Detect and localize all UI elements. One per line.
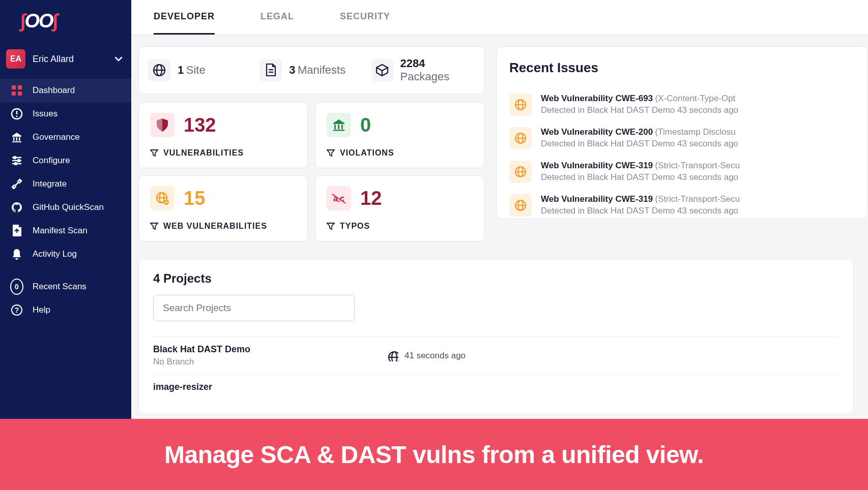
stat-packages: 2284 Packages [367, 57, 479, 83]
sidebar-item-configure[interactable]: Configure [0, 149, 131, 172]
svg-rect-1 [18, 85, 22, 89]
issue-subtitle: (Strict-Transport-Secu [655, 194, 740, 204]
bank-icon [327, 113, 351, 137]
card-label: VULNERABILITIES [163, 148, 244, 158]
stat-site: 1 Site [144, 57, 255, 83]
sidebar-item-label: Recent Scans [33, 282, 86, 292]
project-name: Black Hat DAST Demo [153, 344, 367, 355]
stat-label: Site [186, 64, 206, 76]
logo-text: ∫OO∫ [20, 10, 57, 32]
globe-icon [509, 127, 532, 149]
sidebar-item-governance[interactable]: Governance [0, 126, 131, 149]
project-row[interactable]: Black Hat DAST DemoNo Branch41 seconds a… [153, 336, 839, 374]
shield-icon [150, 113, 175, 137]
sidebar-item-label: Activity Log [33, 249, 77, 259]
issue-subtitle: (X-Content-Type-Opt [655, 94, 736, 103]
globe-icon [148, 59, 170, 81]
sidebar-item-github-quickscan[interactable]: GitHub QuickScan [0, 196, 131, 219]
issue-row[interactable]: Web Vulnerability CWE-693 (X-Content-Typ… [509, 88, 855, 121]
svg-point-52 [392, 352, 397, 361]
stat-count: 2284 [400, 57, 425, 70]
card-violations[interactable]: 0VIOLATIONS [315, 102, 484, 168]
svg-rect-29 [333, 130, 344, 131]
sidebar-item-activity-log[interactable]: Activity Log [0, 242, 131, 266]
svg-rect-3 [18, 91, 22, 96]
sidebar-item-label: Dashboard [33, 85, 75, 96]
svg-rect-27 [338, 125, 339, 129]
svg-point-16 [15, 163, 17, 165]
issue-subtitle: (Timestamp Disclosu [655, 127, 736, 137]
issue-detail: Detected in Black Hat DAST Demo 43 secon… [541, 139, 738, 149]
projects-panel: 4 Projects Black Hat DAST DemoNo Branch4… [138, 259, 854, 414]
search-projects-input[interactable] [153, 295, 355, 321]
promo-banner: Manage SCA & DAST vulns from a unified v… [0, 419, 868, 490]
card-number: 0 [360, 114, 371, 136]
card-typos[interactable]: ac12TYPOS [315, 175, 484, 241]
banner-text: Manage SCA & DAST vulns from a unified v… [164, 441, 704, 469]
svg-point-15 [18, 160, 20, 162]
svg-rect-8 [16, 137, 18, 141]
stat-label: Manifests [298, 64, 345, 76]
svg-point-6 [16, 116, 18, 117]
card-vulnerabilities[interactable]: 132VULNERABILITIES [138, 102, 308, 168]
svg-rect-26 [334, 125, 336, 129]
sidebar-item-label: Issues [33, 109, 57, 119]
svg-rect-2 [12, 91, 16, 96]
sidebar-item-label: Manifest Scan [33, 226, 88, 236]
typo-icon: ac [327, 186, 351, 210]
issue-title: Web Vulnerability CWE-200 [541, 127, 653, 137]
tabs: DEVELOPERLEGALSECURITY [131, 0, 868, 35]
card-label: TYPOS [340, 222, 370, 231]
dashboard-icon [10, 84, 23, 97]
project-branch: No Branch [153, 357, 367, 367]
card-web-vulnerabilities[interactable]: 15WEB VULNERABILITIES [138, 175, 308, 241]
tab-legal[interactable]: LEGAL [261, 0, 294, 35]
card-number: 15 [184, 188, 205, 209]
sidebar-item-manifest-scan[interactable]: Manifest Scan [0, 219, 131, 242]
tab-security[interactable]: SECURITY [340, 0, 390, 35]
nav: DashboardIssuesGovernanceConfigureIntegr… [0, 79, 131, 266]
svg-rect-0 [12, 85, 16, 89]
project-time: 41 seconds ago [387, 350, 466, 361]
svg-point-17 [12, 187, 14, 189]
issue-title: Web Vulnerability CWE-319 [541, 161, 653, 170]
sidebar-item-label: GitHub QuickScan [33, 202, 104, 212]
sidebar-item-recent-scans[interactable]: 0 Recent Scans [0, 275, 131, 298]
card-grid: 132VULNERABILITIES0VIOLATIONS15WEB VULNE… [138, 102, 484, 241]
issue-detail: Detected in Black Hat DAST Demo 43 secon… [541, 105, 738, 115]
filter-icon [327, 222, 335, 230]
user-menu[interactable]: EA Eric Allard [0, 44, 131, 79]
avatar: EA [6, 49, 25, 69]
sidebar-item-label: Help [33, 305, 50, 315]
project-row[interactable]: image-resizer [153, 374, 839, 402]
github-icon [10, 201, 23, 214]
globe-icon [387, 350, 398, 361]
sidebar-item-label: Integrate [33, 179, 67, 189]
integrate-icon [10, 177, 23, 191]
file-icon [259, 59, 282, 81]
configure-icon [10, 154, 23, 167]
governance-icon [10, 131, 23, 144]
issues-icon [10, 107, 23, 120]
sidebar-item-integrate[interactable]: Integrate [0, 172, 131, 196]
recent-scans-count: 0 [10, 279, 23, 295]
svg-point-18 [19, 179, 21, 181]
sidebar-item-label: Governance [33, 132, 80, 142]
issue-detail: Detected in Black Hat DAST Demo 43 secon… [541, 172, 740, 182]
card-label: WEB VULNERABILITIES [163, 222, 267, 231]
issue-row[interactable]: Web Vulnerability CWE-319 (Strict-Transp… [509, 189, 855, 219]
tab-developer[interactable]: DEVELOPER [154, 0, 215, 35]
issue-row[interactable]: Web Vulnerability CWE-319 (Strict-Transp… [509, 155, 855, 189]
issue-title: Web Vulnerability CWE-693 [541, 94, 653, 103]
main: DEVELOPERLEGALSECURITY 1 Site3 Manifests… [131, 0, 868, 490]
projects-title: 4 Projects [153, 271, 839, 286]
sidebar: ∫OO∫ EA Eric Allard DashboardIssuesGover… [0, 0, 131, 490]
sidebar-item-help[interactable]: ? Help [0, 298, 131, 322]
project-name: image-resizer [153, 382, 367, 392]
issue-subtitle: (Strict-Transport-Secu [655, 161, 740, 170]
sidebar-item-dashboard[interactable]: Dashboard [0, 79, 131, 102]
issue-row[interactable]: Web Vulnerability CWE-200 (Timestamp Dis… [509, 121, 855, 155]
stat-label: Packages [400, 70, 450, 83]
sidebar-item-issues[interactable]: Issues [0, 102, 131, 126]
svg-text:?: ? [15, 306, 19, 314]
